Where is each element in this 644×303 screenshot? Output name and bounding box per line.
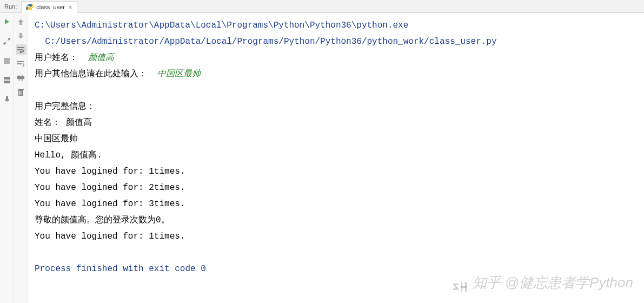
soft-wrap-icon[interactable] [16,44,26,55]
rerun-button[interactable] [2,16,12,27]
console-line: C:/Users/Administrator/AppData/Local/Pro… [35,37,497,47]
run-tool-header: Run: class_user ✕ [0,0,644,13]
svg-rect-12 [19,91,20,95]
layout-icon[interactable] [2,75,12,85]
console-line: 用户完整信息： [35,102,95,111]
console-line: You have logined for: 1times. [35,167,185,176]
console-line: 用户其他信息请在此处输入： 中国区最帅 [35,69,201,79]
console-line: C:\Users\Administrator\AppData\Local\Pro… [35,21,408,30]
console-line: You have logined for: 2times. [35,183,185,193]
run-tab[interactable]: class_user ✕ [21,1,77,13]
down-arrow-icon[interactable] [16,30,26,41]
console-line: Hello, 颜值高. [35,150,102,160]
console-line: 姓名： 颜值高 [35,118,92,128]
scroll-icon[interactable] [16,58,26,69]
console-output[interactable]: C:\Users\Administrator\AppData\Local\Pro… [28,13,644,303]
console-line: You have logined for: 1times. [35,232,185,241]
run-body: C:\Users\Administrator\AppData\Local\Pro… [0,13,644,303]
console-line [35,85,40,95]
wrench-icon[interactable] [2,36,12,47]
left-gutter [0,13,14,303]
trash-icon[interactable] [16,87,26,97]
console-line [35,248,40,258]
svg-rect-2 [4,58,10,64]
svg-rect-5 [17,61,24,62]
svg-rect-9 [19,79,23,81]
console-line: Process finished with exit code 0 [35,264,206,274]
pin-icon[interactable] [2,94,12,105]
svg-rect-4 [4,81,10,83]
console-line: 中国区最帅 [35,134,78,144]
tab-label: class_user [36,4,65,10]
python-file-icon [26,3,34,11]
console-line: 尊敬的颜值高。您的登录次数为0。 [35,215,170,225]
svg-rect-3 [4,77,10,80]
stop-button[interactable] [2,55,12,66]
close-icon[interactable]: ✕ [68,4,72,10]
svg-point-1 [31,9,31,10]
mid-gutter [14,13,28,303]
svg-rect-11 [18,89,24,90]
svg-rect-6 [17,63,22,64]
svg-rect-14 [22,91,22,95]
print-icon[interactable] [16,73,26,83]
console-line: 用户姓名： 颜值高 [35,53,114,63]
svg-rect-13 [21,91,21,95]
run-label: Run: [0,3,21,10]
console-line: You have logined for: 3times. [35,199,185,209]
up-arrow-icon[interactable] [16,16,26,27]
svg-point-0 [28,4,29,5]
svg-rect-8 [17,76,24,79]
svg-rect-7 [19,75,23,76]
